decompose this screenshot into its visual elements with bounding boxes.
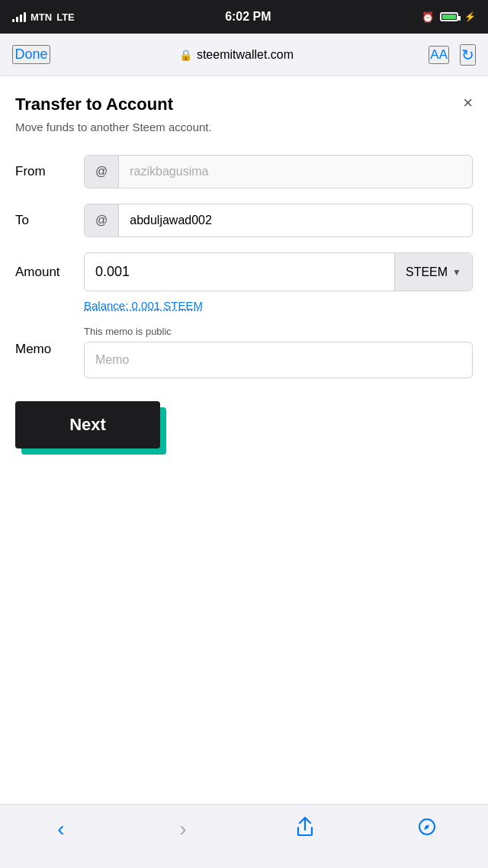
from-row: From @ [15,155,473,188]
compass-icon [418,818,436,841]
memo-row: Memo [15,342,473,378]
to-input-wrapper: @ [84,204,473,237]
amount-row: Amount STEEM ▼ [15,252,473,291]
amount-input[interactable] [85,253,394,291]
status-time: 6:02 PM [225,10,271,24]
forward-icon: › [179,817,186,841]
carrier-label: MTN [30,11,52,23]
from-input-wrapper: @ [84,155,473,188]
next-button[interactable]: Next [15,401,160,448]
status-bar: MTN LTE 6:02 PM ⏰ ⚡ [0,0,488,34]
close-button[interactable]: × [463,95,473,111]
browser-bar: Done 🔒 steemitwallet.com AA ↻ [0,34,488,76]
amount-input-group: STEEM ▼ [84,252,473,291]
from-input[interactable] [119,156,472,188]
back-icon: ‹ [57,817,64,841]
to-row: To @ [15,204,473,237]
to-at-symbol: @ [85,204,119,236]
url-bar: 🔒 steemitwallet.com [59,48,413,62]
from-label: From [15,164,84,179]
memo-label: Memo [15,342,84,357]
status-right: ⏰ ⚡ [422,11,476,23]
card-subtitle: Move funds to another Steem account. [15,121,473,133]
next-button-container: Next [15,401,160,448]
share-icon [297,817,313,841]
memo-public-text: This memo is public [84,326,473,337]
forward-button[interactable]: › [164,812,202,846]
browser-actions: AA ↻ [422,44,476,66]
amount-label: Amount [15,265,84,280]
bottom-nav: ‹ › [0,804,488,868]
lock-icon: 🔒 [179,49,192,61]
back-button[interactable]: ‹ [42,812,80,846]
card-header: Transfer to Account × [15,95,473,114]
card-title: Transfer to Account [15,95,173,114]
transfer-card: Transfer to Account × Move funds to anot… [15,95,473,448]
status-left: MTN LTE [12,11,75,23]
to-input[interactable] [119,204,472,236]
memo-input[interactable] [85,342,472,378]
chevron-down-icon: ▼ [452,267,461,278]
currency-select[interactable]: STEEM ▼ [394,253,472,291]
balance-link[interactable]: Balance: 0.001 STEEM [84,299,473,312]
share-button[interactable] [286,812,324,846]
from-at-symbol: @ [85,156,119,188]
signal-bars [12,11,26,22]
network-label: LTE [56,11,75,23]
refresh-button[interactable]: ↻ [460,44,476,66]
aa-button[interactable]: AA [429,46,449,64]
done-button[interactable]: Done [12,45,50,64]
memo-input-wrapper [84,342,473,378]
to-label: To [15,213,84,228]
currency-label: STEEM [406,265,448,279]
alarm-icon: ⏰ [422,11,434,23]
bolt-icon: ⚡ [464,11,476,22]
battery-icon [440,12,458,21]
compass-button[interactable] [408,812,446,846]
main-content: Transfer to Account × Move funds to anot… [0,76,488,482]
url-text: steemitwallet.com [197,48,294,62]
